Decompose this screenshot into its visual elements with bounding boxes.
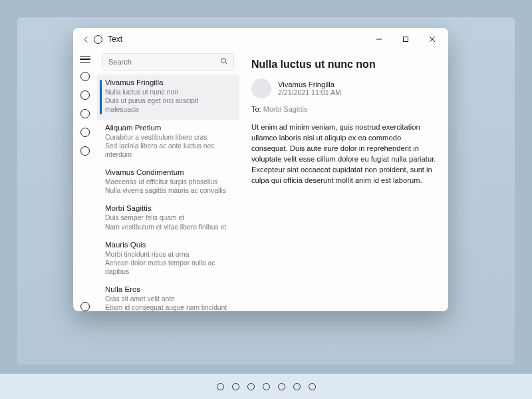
- to-line: To: Morbi Sagittis: [251, 105, 436, 113]
- to-value: Morbi Sagittis: [263, 105, 308, 113]
- list-item-line: Curabitur a vestibulum libero cras: [105, 133, 233, 142]
- search-input[interactable]: [108, 58, 220, 66]
- list-item-line: Nulla viverra sagittis mauris ac convall…: [105, 186, 233, 195]
- nav-rail: [73, 51, 97, 311]
- list-item[interactable]: Aliquam PretiumCurabitur a vestibulum li…: [97, 120, 239, 165]
- page-dot[interactable]: [309, 383, 316, 390]
- detail-body: Ut enim ad minim veniam, quis nostrud ex…: [251, 122, 436, 186]
- titlebar: Text: [73, 28, 448, 51]
- page-dot[interactable]: [217, 383, 224, 390]
- list-item-line: Etiam id consequat augue nam tincidunt: [105, 303, 233, 311]
- maximize-button[interactable]: [392, 28, 419, 51]
- sender-block: Vivamus Fringilla 2/21/2021 11:01 AM: [251, 78, 436, 98]
- list-item-line: Maecenas ut efficitur turpis phasellus: [105, 178, 233, 186]
- list-item-line: Nam vestibulum et vitae libero finibus e…: [105, 223, 233, 231]
- sender-date: 2/21/2021 11:01 AM: [278, 88, 341, 96]
- app-window: Text Vivamus Fringi: [73, 28, 448, 311]
- list-item-title: Vivamus Fringilla: [105, 78, 233, 86]
- hamburger-button[interactable]: [80, 56, 90, 63]
- list-item[interactable]: Nulla ErosCras sit amet velit anteEtiam …: [97, 281, 239, 311]
- svg-rect-0: [404, 37, 408, 42]
- page-indicator-strip: [0, 374, 532, 399]
- page-dot[interactable]: [232, 383, 239, 390]
- list-item-line: Nulla luctus ut nunc non: [105, 88, 233, 96]
- svg-point-1: [221, 59, 226, 63]
- list-item[interactable]: Mauris QuisMorbi tincidunt risus at urna…: [97, 237, 239, 282]
- page-dot[interactable]: [247, 383, 255, 390]
- app-icon: [92, 35, 104, 44]
- list-panel: Vivamus FringillaNulla luctus ut nunc no…: [97, 51, 239, 311]
- window-title: Text: [108, 35, 122, 44]
- list-item-line: Duis semper felis quam et: [105, 213, 233, 222]
- list-item[interactable]: Vivamus FringillaNulla luctus ut nunc no…: [97, 74, 239, 120]
- list-item[interactable]: Morbi SagittisDuis semper felis quam etN…: [97, 200, 239, 236]
- to-label: To:: [251, 105, 261, 113]
- avatar: [251, 78, 271, 98]
- nav-item-0[interactable]: [80, 72, 90, 81]
- list-item-title: Nulla Eros: [105, 285, 233, 293]
- minimize-button[interactable]: [366, 28, 392, 51]
- list-item-title: Vivamus Condimentum: [105, 168, 233, 176]
- list-item-title: Aliquam Pretium: [105, 124, 233, 132]
- list-item-line: Sed lacinia libero ac ante luctus nec in…: [105, 142, 233, 159]
- detail-title: Nulla luctus ut nunc non: [251, 59, 436, 70]
- list-item-line: Duis ut purus eget orci suscipit malesua…: [105, 96, 233, 114]
- message-list[interactable]: Vivamus FringillaNulla luctus ut nunc no…: [97, 74, 239, 311]
- list-item-line: Cras sit amet velit ante: [105, 295, 233, 303]
- list-item-line: Morbi tincidunt risus at urna: [105, 250, 233, 259]
- list-item-title: Mauris Quis: [105, 241, 233, 249]
- nav-item-1[interactable]: [80, 90, 90, 100]
- close-button[interactable]: [419, 28, 446, 51]
- search-icon: [220, 56, 228, 68]
- page-dot[interactable]: [263, 383, 270, 390]
- sender-name: Vivamus Fringilla: [278, 80, 341, 88]
- detail-pane: Nulla luctus ut nunc non Vivamus Fringil…: [239, 51, 448, 311]
- list-item[interactable]: Vivamus CondimentumMaecenas ut efficitur…: [97, 164, 239, 200]
- list-item-title: Morbi Sagittis: [105, 204, 233, 212]
- nav-item-3[interactable]: [80, 128, 90, 137]
- back-button[interactable]: [80, 35, 92, 44]
- page-dot[interactable]: [293, 383, 301, 390]
- nav-item-bottom[interactable]: [80, 302, 90, 311]
- nav-item-2[interactable]: [80, 109, 90, 118]
- page-dot[interactable]: [278, 383, 285, 390]
- nav-item-4[interactable]: [80, 146, 90, 156]
- list-item-line: Aenean dolor metus tempor nulla ac dapib…: [105, 259, 233, 276]
- search-box[interactable]: [102, 53, 234, 70]
